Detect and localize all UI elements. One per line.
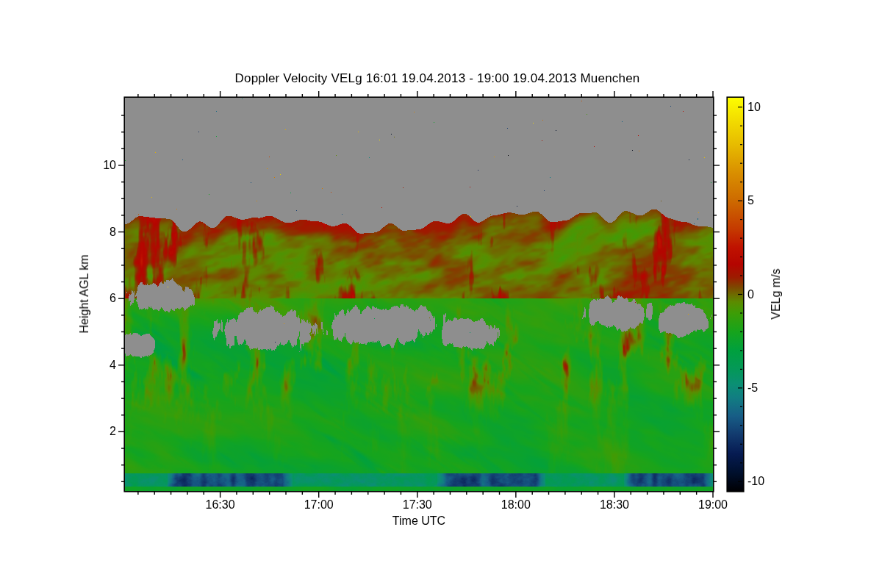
y-tick-label: 8 <box>85 226 116 239</box>
colorbar-tick-label: 10 <box>747 101 780 114</box>
x-tick-label: 17:30 <box>403 498 432 512</box>
doppler-velocity-figure: Doppler Velocity VELg 16:01 19.04.2013 -… <box>0 0 882 588</box>
y-tick-label: 6 <box>85 292 116 305</box>
colorbar-tick-label: 0 <box>747 288 780 301</box>
x-tick-label: 18:30 <box>600 498 629 512</box>
x-axis-label: Time UTC <box>392 514 445 528</box>
x-tick-label: 16:30 <box>206 498 235 512</box>
colorbar-tick-label: 5 <box>747 194 780 207</box>
x-tick-label: 17:00 <box>304 498 334 512</box>
x-tick-label: 19:00 <box>698 498 728 512</box>
y-tick-label: 4 <box>85 359 116 372</box>
colorbar-tick-label: -10 <box>747 475 780 488</box>
y-tick-label: 2 <box>85 425 116 438</box>
chart-title: Doppler Velocity VELg 16:01 19.04.2013 -… <box>0 71 875 86</box>
y-tick-label: 10 <box>85 159 116 172</box>
x-tick-label: 18:00 <box>501 498 531 512</box>
colorbar-tick-label: -5 <box>747 381 780 395</box>
